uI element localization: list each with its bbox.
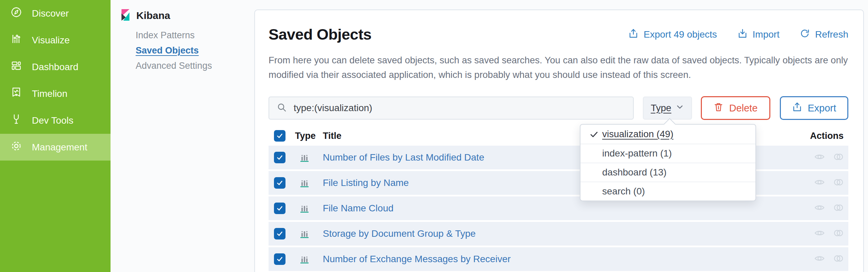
saved-object-link[interactable]: Number of Files by Last Modified Date [323, 152, 484, 163]
view-eye-icon[interactable] [814, 151, 825, 164]
search-box [269, 97, 634, 120]
export-selected-label: Export [808, 103, 836, 114]
table-row: File Listing by Name [269, 171, 848, 195]
view-eye-icon[interactable] [814, 176, 825, 189]
saved-object-link[interactable]: File Name Cloud [323, 203, 394, 214]
search-icon [277, 102, 287, 114]
relationships-icon[interactable] [833, 253, 844, 266]
page-title: Saved Objects [269, 26, 372, 43]
row-actions [814, 253, 848, 266]
header-links: Export 49 objects Import [628, 28, 848, 41]
import-label: Import [753, 29, 780, 40]
row-actions [814, 151, 848, 164]
refresh-label: Refresh [815, 29, 848, 40]
export-selected-button[interactable]: Export [780, 96, 848, 120]
select-all-checkbox[interactable] [274, 130, 285, 142]
compass-icon [10, 6, 22, 21]
sidebar-item-label: Discover [32, 8, 69, 19]
relationships-icon[interactable] [833, 151, 844, 164]
relationships-icon[interactable] [833, 176, 844, 189]
menu-item-label: dashboard (13) [602, 167, 667, 178]
sidebar-item-label: Visualize [32, 35, 70, 46]
sidebar-item-label: Timelion [32, 88, 67, 99]
sidebar-item-label: Management [32, 142, 87, 153]
column-header-type: Type [295, 131, 314, 141]
type-filter-menu: visualization (49) index-pattern (1) das… [580, 124, 756, 201]
sidebar-item-timelion[interactable]: Timelion [0, 80, 111, 107]
relationships-icon[interactable] [833, 202, 844, 215]
menu-item-search[interactable]: search (0) [580, 182, 755, 201]
visualization-type-icon [295, 254, 314, 265]
kibana-logo-icon [121, 9, 130, 22]
kibana-logo-row: Kibana [121, 9, 254, 22]
type-filter-label: Type [651, 103, 671, 113]
wrench-icon [10, 113, 22, 128]
visualization-type-icon [295, 152, 314, 163]
search-input[interactable] [294, 103, 619, 113]
menu-item-label: index-pattern (1) [602, 148, 672, 159]
row-actions [814, 176, 848, 189]
page-description: From here you can delete saved objects, … [269, 53, 848, 82]
export-icon [792, 102, 802, 114]
column-header-actions: Actions [810, 131, 848, 141]
delete-button[interactable]: Delete [701, 96, 771, 120]
card-header: Saved Objects Export 49 objects [269, 26, 848, 43]
management-subnav: Kibana Index Patterns Saved Objects Adva… [111, 0, 254, 74]
menu-item-label: visualization (49) [602, 129, 673, 140]
sidebar-item-dashboard[interactable]: Dashboard [0, 54, 111, 80]
saved-object-link[interactable]: File Listing by Name [323, 177, 409, 188]
sidebar-item-management[interactable]: Management [0, 134, 111, 161]
row-checkbox[interactable] [274, 203, 285, 214]
subnav-link-advanced-settings[interactable]: Advanced Settings [136, 58, 254, 74]
type-filter-button[interactable]: Type [643, 97, 692, 120]
table-row: Number of Exchange Messages by Receiver [269, 247, 848, 271]
app-sidebar: Discover Visualize Dashboard [0, 0, 111, 272]
visualization-type-icon [295, 203, 314, 214]
view-eye-icon[interactable] [814, 227, 825, 240]
import-icon [737, 28, 748, 41]
gear-icon [10, 140, 22, 154]
timelion-icon [10, 86, 22, 101]
menu-item-label: search (0) [602, 186, 645, 197]
saved-objects-panel: Saved Objects Export 49 objects [254, 9, 864, 272]
row-checkbox[interactable] [274, 152, 285, 163]
sidebar-item-label: Dev Tools [32, 115, 73, 126]
subnav-links: Index Patterns Saved Objects Advanced Se… [136, 28, 254, 74]
row-checkbox[interactable] [274, 228, 285, 239]
row-checkbox[interactable] [274, 177, 285, 189]
export-all-label: Export 49 objects [644, 29, 717, 40]
view-eye-icon[interactable] [814, 253, 825, 266]
description-line-2: modified via their associated applicatio… [269, 67, 848, 82]
menu-item-dashboard[interactable]: dashboard (13) [580, 163, 755, 182]
export-all-link[interactable]: Export 49 objects [628, 28, 717, 41]
saved-object-link[interactable]: Storage by Document Group & Type [323, 228, 476, 239]
menu-item-visualization[interactable]: visualization (49) [580, 125, 755, 144]
description-line-1: From here you can delete saved objects, … [269, 53, 848, 67]
sidebar-item-discover[interactable]: Discover [0, 0, 111, 27]
view-eye-icon[interactable] [814, 202, 825, 215]
subnav-link-index-patterns[interactable]: Index Patterns [136, 28, 254, 43]
table-row: Number of Files by Last Modified Date [269, 146, 848, 169]
sidebar-item-label: Dashboard [32, 62, 78, 72]
visualization-type-icon [295, 177, 314, 188]
refresh-link[interactable]: Refresh [800, 28, 848, 41]
sidebar-item-visualize[interactable]: Visualize [0, 27, 111, 54]
row-checkbox[interactable] [274, 253, 285, 265]
menu-item-index-pattern[interactable]: index-pattern (1) [580, 144, 755, 163]
table-row: File Name Cloud [269, 196, 848, 220]
column-header-title: Title [323, 131, 341, 141]
check-icon [589, 130, 599, 142]
import-link[interactable]: Import [737, 28, 780, 41]
relationships-icon[interactable] [833, 227, 844, 240]
saved-object-link[interactable]: Number of Exchange Messages by Receiver [323, 254, 511, 265]
subnav-link-saved-objects[interactable]: Saved Objects [136, 43, 254, 58]
refresh-icon [800, 28, 810, 41]
row-actions [814, 227, 848, 240]
app-title: Kibana [136, 10, 170, 21]
controls-row: Type Delete [269, 96, 848, 120]
sidebar-item-dev-tools[interactable]: Dev Tools [0, 107, 111, 134]
visualize-icon [10, 33, 22, 47]
trash-icon [713, 102, 724, 114]
saved-objects-table: Type Title Actions Number of Files by La… [269, 126, 848, 272]
delete-label: Delete [729, 103, 757, 114]
